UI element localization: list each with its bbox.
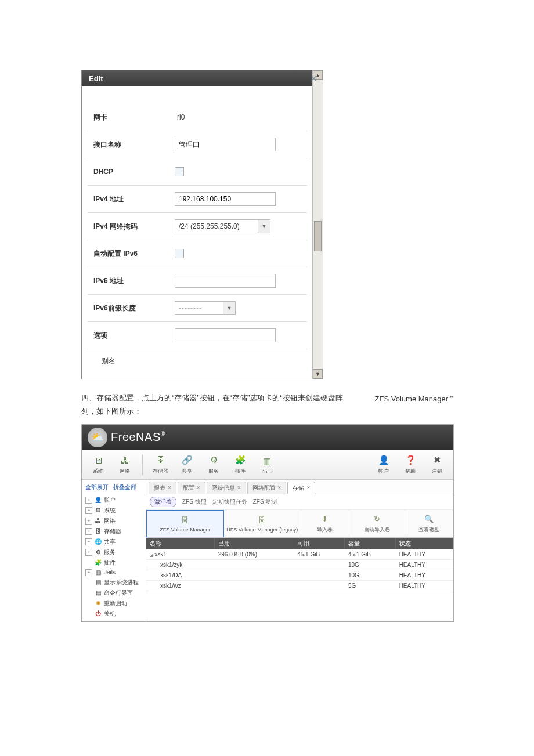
action-import-volume[interactable]: ⬇导入卷 <box>301 510 349 537</box>
close-icon[interactable]: × <box>278 484 282 491</box>
dhcp-label: DHCP <box>88 168 175 176</box>
toolbar-sharing[interactable]: 🔗共享 <box>175 452 199 478</box>
scroll-thumb[interactable] <box>314 221 322 251</box>
close-icon[interactable]: × <box>306 484 310 491</box>
expand-icon[interactable]: + <box>85 518 92 525</box>
toolbar-logout[interactable]: ✖注销 <box>425 452 449 478</box>
subnav-periodic[interactable]: 定期快照任务 <box>212 498 247 506</box>
ipv6addr-input[interactable] <box>175 274 276 288</box>
tree-item-system[interactable]: +🖥系统 <box>82 505 146 516</box>
autoipv6-checkbox[interactable] <box>175 249 184 258</box>
table-row[interactable]: xsk1296.0 KiB (0%)45.1 GiB45.1 GiBHEALTH… <box>146 549 453 560</box>
tree-item-jails[interactable]: +▥Jails <box>82 568 146 577</box>
tree-item-sysproc[interactable]: ▤显示系统进程 <box>82 577 146 588</box>
system-icon: 🖥 <box>95 507 102 514</box>
table-row[interactable]: xsk1/wz5GHEALTHY <box>146 580 453 591</box>
col-name[interactable]: 名称 <box>146 538 215 549</box>
options-input[interactable] <box>175 328 276 342</box>
scroll-down-icon[interactable]: ▼ <box>313 369 323 379</box>
toolbar-help[interactable]: ❓帮助 <box>399 452 422 478</box>
tab-strip: 报表× 配置× 系统信息× 网络配置× 存储× <box>146 480 453 494</box>
tab-netconf[interactable]: 网络配置× <box>247 482 287 494</box>
main-panel: 报表× 配置× 系统信息× 网络配置× 存储× 激活着 ZFS 快照 定期快照任… <box>146 480 453 621</box>
services-icon: ⚙ <box>95 549 102 556</box>
subnav-active[interactable]: 激活着 <box>150 497 176 507</box>
col-used[interactable]: 已用 <box>215 538 294 549</box>
tree-item-shell[interactable]: ▤命令行界面 <box>82 588 146 598</box>
tree-item-reboot[interactable]: ✺重新启动 <box>82 598 146 609</box>
col-status[interactable]: 状态 <box>396 538 453 549</box>
tree-item-shutdown[interactable]: ⏻关机 <box>82 609 146 619</box>
toolbar-plugins[interactable]: 🧩插件 <box>229 452 252 478</box>
close-icon[interactable]: × <box>168 484 171 491</box>
col-cap[interactable]: 容量 <box>345 538 396 549</box>
close-icon[interactable]: × <box>197 484 200 491</box>
collapse-all-link[interactable]: 折叠全部 <box>113 483 136 491</box>
vertical-scrollbar[interactable]: ▲ ▼ <box>312 70 323 379</box>
table-cell: 10G <box>345 570 396 580</box>
expand-icon[interactable]: + <box>85 538 92 545</box>
tree-item-storage[interactable]: +🗄存储器 <box>82 526 146 537</box>
expand-icon[interactable]: + <box>85 497 92 504</box>
tab-sysinfo[interactable]: 系统信息× <box>207 482 246 494</box>
main-toolbar: 🖥系统 🖧网络 🗄存储器 🔗共享 ⚙服务 🧩插件 ▥Jails 👤帐户 ❓帮助 … <box>82 450 453 480</box>
toolbar-jails[interactable]: ▥Jails <box>255 452 279 478</box>
tab-reports[interactable]: 报表× <box>149 482 176 494</box>
col-avail[interactable]: 可用 <box>294 538 345 549</box>
dialog-titlebar: Edit ✕ <box>82 70 323 86</box>
disks-icon: 🔍 <box>423 513 435 525</box>
plugins-icon: 🧩 <box>95 559 102 566</box>
ipv6prefix-label: IPv6前缀长度 <box>88 303 175 313</box>
tree-item-services[interactable]: +⚙服务 <box>82 547 146 558</box>
action-zfs-volume-manager[interactable]: 🗄ZFS Volume Manager <box>146 510 224 537</box>
freenas-logo-text: FreeNAS® <box>111 431 165 444</box>
table-cell <box>294 559 345 570</box>
toolbar-services[interactable]: ⚙服务 <box>202 452 225 478</box>
expand-icon[interactable]: + <box>85 549 92 556</box>
ipv4addr-input[interactable] <box>175 192 276 206</box>
tree-item-account[interactable]: +👤帐户 <box>82 495 146 505</box>
nic-value: rl0 <box>175 113 185 121</box>
system-icon: 🖥 <box>92 454 104 466</box>
tree-item-sharing[interactable]: +🌐共享 <box>82 537 146 547</box>
action-ufs-volume-manager[interactable]: 🗄UFS Volume Manager (legacy) <box>224 510 301 537</box>
close-icon[interactable]: ✕ <box>311 74 317 83</box>
subnav-zfsrepl[interactable]: ZFS 复制 <box>253 498 277 506</box>
tab-settings[interactable]: 配置× <box>178 482 205 494</box>
expand-icon[interactable]: + <box>85 569 92 576</box>
tree-item-network[interactable]: +🖧网络 <box>82 516 146 526</box>
dialog-title: Edit <box>89 74 103 83</box>
chevron-down-icon: ▼ <box>223 302 235 314</box>
expand-all-link[interactable]: 全部展开 <box>85 483 109 491</box>
table-cell: 45.1 GiB <box>294 549 345 560</box>
tree-item-plugins[interactable]: 🧩插件 <box>82 558 146 568</box>
freenas-logo-icon: ⛅ <box>88 428 107 447</box>
table-row[interactable]: xsk1/zyk10GHEALTHY <box>146 559 453 570</box>
table-cell <box>294 570 345 580</box>
storage-icon: 🗄 <box>95 528 102 535</box>
table-cell <box>215 559 294 570</box>
tab-storage[interactable]: 存储× <box>287 482 315 494</box>
ifname-input[interactable] <box>175 138 276 151</box>
toolbar-system[interactable]: 🖥系统 <box>86 452 110 478</box>
dhcp-checkbox[interactable] <box>175 167 184 176</box>
table-cell: HEALTHY <box>396 559 453 570</box>
toolbar-network[interactable]: 🖧网络 <box>113 452 136 478</box>
expand-icon[interactable]: + <box>85 507 92 514</box>
table-row[interactable]: xsk1/DA10GHEALTHY <box>146 570 453 580</box>
action-auto-import[interactable]: ↻自动导入卷 <box>349 510 405 537</box>
toolbar-account[interactable]: 👤帐户 <box>372 452 395 478</box>
nic-label: 网卡 <box>88 113 175 122</box>
table-cell <box>215 570 294 580</box>
table-cell: xsk1 <box>146 549 215 560</box>
toolbar-storage[interactable]: 🗄存储器 <box>149 452 172 478</box>
services-icon: ⚙ <box>207 454 220 466</box>
ipv4mask-select[interactable]: /24 (255.255.255.0) ▼ <box>175 219 270 233</box>
ipv6prefix-select[interactable]: -------- ▼ <box>175 301 236 315</box>
subnav-zfssnap[interactable]: ZFS 快照 <box>182 498 207 506</box>
expand-icon[interactable]: + <box>85 528 92 535</box>
sharing-icon: 🌐 <box>95 538 102 545</box>
action-view-disks[interactable]: 🔍查看磁盘 <box>405 510 453 537</box>
close-icon[interactable]: × <box>237 484 241 491</box>
jails-icon: ▥ <box>95 569 102 576</box>
